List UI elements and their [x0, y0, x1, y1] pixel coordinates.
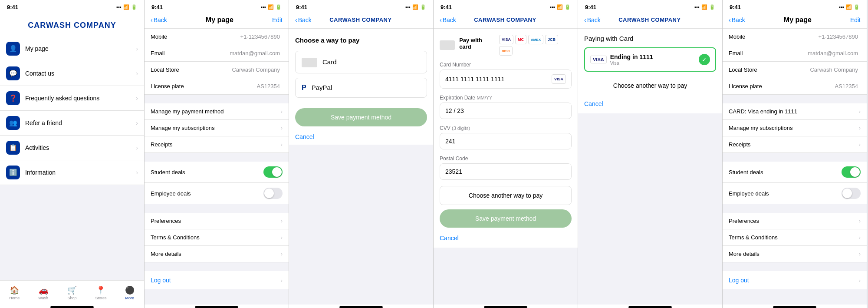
- mobile-row[interactable]: Mobile +1-1234567890: [145, 29, 289, 45]
- manage-sub-chevron-6: ›: [859, 125, 861, 131]
- phone-screen-5: 9:41 ▪▪▪ 📶 🔋 ‹ Back CARWASH COMPANY Payi…: [578, 0, 723, 308]
- information-chevron: ›: [136, 169, 138, 176]
- card-visa-icon-5: VISA: [590, 56, 607, 63]
- status-icons-3: ▪▪▪ 📶 🔋: [405, 4, 426, 10]
- postal-input[interactable]: 23521: [440, 163, 572, 180]
- employee-deals-label: Employee deals: [151, 190, 191, 197]
- mobile-row-6[interactable]: Mobile +1-1234567890: [723, 29, 867, 45]
- license-value: AS12354: [257, 83, 280, 89]
- card-link-row[interactable]: CARD: Visa ending in 1111 ›: [723, 103, 867, 120]
- info-section-2: Mobile +1-1234567890 Email matdan@gmail.…: [145, 29, 289, 95]
- menu-item-information[interactable]: ℹ️ Information ›: [0, 160, 144, 185]
- menu-item-contact[interactable]: 💬 Contact us ›: [0, 61, 144, 86]
- choose-another-link-5[interactable]: Choose another way to pay: [584, 78, 716, 93]
- back-button-3[interactable]: ‹ Back: [295, 17, 312, 23]
- cancel-link-4[interactable]: Cancel: [440, 235, 572, 242]
- choose-another-btn-4[interactable]: Choose another way to pay: [440, 186, 572, 205]
- receipts-row[interactable]: Receipts ›: [145, 136, 289, 153]
- mobile-value-6: +1-1234567890: [819, 33, 858, 40]
- expiration-input[interactable]: 12 / 23: [440, 103, 572, 119]
- shop-tab-label: Shop: [68, 296, 77, 300]
- battery-icon-6: 🔋: [854, 4, 860, 10]
- more-tab-label: More: [125, 296, 135, 300]
- wifi-icon-3: 📶: [412, 4, 418, 10]
- employee-deals-row-6[interactable]: Employee deals: [723, 183, 867, 204]
- license-row[interactable]: License plate AS12354: [145, 78, 289, 95]
- more-details-row-2[interactable]: More details ›: [145, 246, 289, 262]
- manage-payment-row[interactable]: Manage my payment method ›: [145, 103, 289, 120]
- manage-subscriptions-row[interactable]: Manage my subscriptions ›: [145, 120, 289, 136]
- mypage-chevron: ›: [136, 45, 138, 52]
- back-button-4[interactable]: ‹ Back: [440, 17, 456, 23]
- student-deals-toggle[interactable]: [263, 166, 283, 178]
- localstore-row-6[interactable]: Local Store Carwash Company: [723, 62, 867, 78]
- license-row-6[interactable]: License plate AS12354: [723, 78, 867, 95]
- menu-item-faq[interactable]: ❓ Frequently asked questions ›: [0, 86, 144, 111]
- signal-icon: ▪▪▪: [116, 4, 122, 10]
- save-payment-btn-4[interactable]: Save payment method: [440, 209, 572, 228]
- save-payment-btn-3[interactable]: Save payment method: [295, 108, 427, 126]
- gap-1-6: [723, 95, 867, 103]
- student-deals-row[interactable]: Student deals: [145, 162, 289, 183]
- receipts-row-6[interactable]: Receipts ›: [723, 136, 867, 153]
- localstore-row[interactable]: Local Store Carwash Company: [145, 62, 289, 78]
- edit-button-2[interactable]: Edit: [272, 17, 283, 23]
- preferences-chevron-6: ›: [859, 218, 861, 224]
- logout-row-2[interactable]: Log out ›: [145, 271, 289, 289]
- status-bar-1: 9:41 ▪▪▪ 📶 🔋: [0, 0, 144, 12]
- card-option[interactable]: Card: [295, 51, 427, 73]
- more-details-row-6[interactable]: More details ›: [723, 246, 867, 262]
- terms-row-2[interactable]: Terms & Conditions ›: [145, 229, 289, 246]
- back-button-2[interactable]: ‹ Back: [151, 17, 167, 23]
- cvv-input[interactable]: 241: [440, 133, 572, 149]
- postal-value: 23521: [445, 168, 462, 175]
- menu-item-refer[interactable]: 👥 Refer a friend ›: [0, 111, 144, 136]
- status-icons-4: ▪▪▪ 📶 🔋: [550, 4, 571, 10]
- back-button-5[interactable]: ‹ Back: [584, 17, 601, 23]
- employee-deals-toggle-6[interactable]: [842, 188, 861, 199]
- payment-chooser-title: Choose a way to pay: [295, 36, 427, 44]
- card-selected-box: VISA Ending in 1111 Visa ✓: [584, 47, 716, 72]
- tab-stores[interactable]: 📍 Stores: [86, 281, 115, 305]
- terms-row-6[interactable]: Terms & Conditions ›: [723, 229, 867, 246]
- wifi-icon-5: 📶: [701, 4, 707, 10]
- gap-4: [145, 262, 289, 271]
- more-details-chevron-2: ›: [281, 251, 283, 257]
- email-row-6[interactable]: Email matdan@gmail.com: [723, 45, 867, 62]
- page-title-6: My page: [784, 16, 812, 24]
- wash-tab-label: Wash: [38, 296, 48, 300]
- mobile-value: +1-1234567890: [240, 33, 280, 40]
- employee-deals-row[interactable]: Employee deals: [145, 183, 289, 204]
- paypal-option[interactable]: P PayPal: [295, 78, 427, 98]
- mypage-content-6: Mobile +1-1234567890 Email matdan@gmail.…: [723, 29, 867, 305]
- cancel-link-3[interactable]: Cancel: [295, 133, 427, 140]
- home-indicator-5: [628, 306, 672, 308]
- tab-shop[interactable]: 🛒 Shop: [58, 281, 86, 305]
- menu-item-mypage[interactable]: 👤 My page ›: [0, 36, 144, 61]
- back-button-6[interactable]: ‹ Back: [729, 17, 745, 23]
- battery-icon: 🔋: [131, 4, 137, 10]
- menu-item-activities[interactable]: 📋 Activities ›: [0, 136, 144, 160]
- edit-button-6[interactable]: Edit: [850, 17, 861, 23]
- preferences-label-6: Preferences: [729, 218, 859, 224]
- tab-home[interactable]: 🏠 Home: [0, 281, 29, 305]
- email-row[interactable]: Email matdan@gmail.com: [145, 45, 289, 62]
- logout-row-6[interactable]: Log out ›: [723, 271, 867, 289]
- status-bar-6: 9:41 ▪▪▪ 📶 🔋: [723, 0, 867, 12]
- cancel-link-5[interactable]: Cancel: [584, 100, 716, 107]
- manage-sub-row-6[interactable]: Manage my subscriptions ›: [723, 120, 867, 136]
- card-ending-info: Ending in 1111 Visa: [610, 53, 653, 66]
- mypage-icon: 👤: [6, 42, 20, 56]
- employee-deals-toggle[interactable]: [263, 188, 283, 199]
- nav-bar-2: ‹ Back My page Edit: [145, 12, 289, 29]
- preferences-row-6[interactable]: Preferences ›: [723, 213, 867, 229]
- student-deals-toggle-6[interactable]: [842, 166, 861, 178]
- tab-more[interactable]: ⚫ More: [115, 281, 144, 305]
- main-menu-content: 👤 My page › 💬 Contact us › ❓ Frequently …: [0, 36, 144, 280]
- home-indicator-6: [773, 306, 816, 308]
- card-number-input[interactable]: 4111 1111 1111 1111 VISA: [440, 70, 572, 89]
- student-deals-row-6[interactable]: Student deals: [723, 162, 867, 183]
- card-section-title: Pay with card: [459, 37, 495, 50]
- tab-wash[interactable]: 🚗 Wash: [29, 281, 57, 305]
- preferences-row-2[interactable]: Preferences ›: [145, 213, 289, 229]
